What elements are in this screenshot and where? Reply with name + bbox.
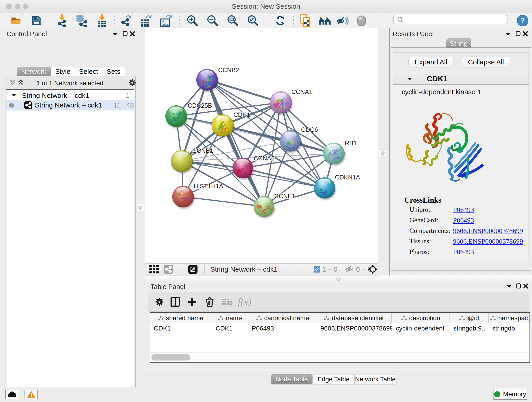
node-section-header[interactable]: CDK1 — [393, 73, 529, 85]
collapse-panel-icon[interactable] — [506, 285, 512, 288]
crosslink-link[interactable]: 9606.ENSP00000378699 — [453, 227, 523, 235]
svg-text:RB1: RB1 — [345, 140, 357, 147]
toolbar-separator — [341, 264, 341, 274]
splitter-grip[interactable] — [379, 149, 386, 157]
import-table-icon[interactable] — [96, 14, 108, 27]
svg-text:CDKN1A: CDKN1A — [335, 174, 360, 181]
scrollbar-thumb[interactable] — [152, 354, 190, 361]
export-network-icon[interactable] — [121, 14, 133, 27]
column-header[interactable]: description — [392, 313, 450, 323]
birdseye-grid-icon[interactable] — [149, 265, 159, 274]
vertical-splitter-left[interactable] — [136, 28, 145, 387]
close-window-icon[interactable] — [6, 4, 12, 9]
selected-checkbox-icon[interactable] — [314, 266, 320, 273]
tab-network[interactable]: Network — [17, 67, 51, 76]
crosslink-link[interactable]: P06493 — [453, 216, 474, 224]
show-panel-icon[interactable] — [355, 14, 368, 27]
table-settings-gear-icon[interactable] — [155, 297, 164, 306]
create-column-icon[interactable] — [187, 297, 197, 307]
close-panel-icon[interactable] — [522, 31, 528, 37]
column-header[interactable]: canonical name — [249, 313, 317, 323]
network-canvas[interactable]: CCNB2CCNA1CDC25BCDK1CDC6RB1CCNB1CCNA2CDK… — [145, 28, 378, 263]
show-columns-icon[interactable] — [171, 297, 180, 307]
table-cell[interactable]: cyclin-dependent ... — [396, 323, 450, 333]
column-header[interactable]: @id — [450, 313, 489, 323]
network-label: String Network – cdk1 — [35, 101, 102, 109]
column-header[interactable]: name — [211, 313, 249, 323]
hidden-eye-icon[interactable] — [345, 265, 355, 274]
crosslink-link[interactable]: P06493 — [453, 248, 474, 256]
expand-all-button[interactable]: Expand All — [409, 57, 453, 67]
tab-style[interactable]: Style — [51, 67, 75, 76]
close-panel-icon[interactable] — [523, 283, 529, 289]
open-in-window-icon[interactable] — [188, 265, 197, 274]
table-cell[interactable]: P06493 — [252, 323, 317, 333]
zoom-out-icon[interactable] — [206, 14, 219, 27]
toolbar-separator — [180, 264, 180, 274]
tab-select[interactable]: Select — [75, 67, 102, 76]
crosslink-link[interactable]: 9606.ENSP00000378699 — [453, 237, 523, 245]
import-network-database-icon[interactable] — [75, 14, 88, 27]
svg-text:CCNB1: CCNB1 — [192, 147, 213, 154]
zoom-in-icon[interactable] — [186, 14, 199, 27]
tab-network-table[interactable]: Network Table — [355, 374, 396, 384]
table-cell[interactable]: 9606.ENSP00000378699 — [321, 323, 392, 333]
help-icon[interactable]: ? — [517, 15, 528, 26]
hide-panel-icon[interactable] — [336, 14, 349, 27]
results-panel-title: Results Panel — [393, 30, 434, 38]
table-cell[interactable]: CDK1 — [154, 323, 211, 333]
crosslink-label: Pharos: — [409, 248, 429, 255]
column-header[interactable]: shared name — [150, 313, 211, 323]
collapse-section-icon[interactable] — [407, 77, 412, 81]
refresh-icon[interactable] — [274, 14, 286, 27]
zoom-selected-icon[interactable] — [247, 14, 259, 27]
search-input[interactable] — [393, 15, 507, 24]
crosslink-link[interactable]: P06493 — [453, 206, 474, 214]
warning-button[interactable] — [25, 390, 38, 399]
collapse-panel-icon[interactable] — [505, 32, 511, 36]
network-options-gear-icon[interactable] — [128, 79, 136, 87]
crosslink-label: GeneCard: — [409, 216, 438, 224]
table-cell[interactable]: CDK1 — [215, 323, 249, 333]
delete-column-icon[interactable] — [205, 297, 214, 307]
save-session-icon[interactable] — [31, 15, 42, 26]
svg-text:CDC25B: CDC25B — [188, 102, 212, 109]
collapse-panel-icon[interactable] — [112, 32, 118, 36]
splitter-grip[interactable] — [137, 204, 144, 211]
network-row-selected[interactable]: String Network – cdk1 11 48 — [6, 100, 134, 110]
copy-network-icon[interactable] — [300, 14, 312, 27]
svg-text:CCNE1: CCNE1 — [274, 193, 295, 200]
tab-node-table[interactable]: Node Table — [271, 374, 312, 384]
column-header[interactable]: database identifier — [317, 313, 392, 323]
minimize-window-icon[interactable] — [15, 4, 20, 9]
zoom-window-icon[interactable] — [23, 4, 28, 9]
table-cell[interactable]: stringdb:9... — [453, 323, 489, 333]
tab-edge-table[interactable]: Edge Table — [313, 374, 354, 384]
tab-sets[interactable]: Sets — [102, 67, 125, 76]
cloud-button[interactable] — [5, 390, 18, 399]
table-cell[interactable]: stringdb — [492, 323, 530, 333]
network-share-icon[interactable] — [164, 265, 173, 274]
horizontal-splitter[interactable] — [145, 275, 532, 282]
export-table-icon[interactable] — [140, 14, 154, 27]
tab-string[interactable]: String — [446, 38, 471, 48]
locate-crosshair-icon[interactable] — [368, 264, 378, 274]
memory-button[interactable]: Memory — [493, 389, 527, 400]
toolbar-separator — [265, 15, 265, 27]
import-network-file-icon[interactable] — [56, 14, 68, 27]
horizontal-scrollbar[interactable] — [150, 352, 530, 362]
collapse-all-button[interactable]: Collapse All — [462, 57, 510, 67]
column-header[interactable]: namespac — [489, 313, 530, 323]
protein-structure-image — [402, 110, 489, 186]
close-panel-icon[interactable] — [129, 31, 135, 37]
network-collection-row[interactable]: String Network – cdk1 1 — [6, 91, 134, 101]
zoom-fit-icon[interactable] — [227, 14, 239, 27]
float-panel-icon[interactable] — [123, 31, 128, 37]
open-session-icon[interactable] — [10, 15, 22, 26]
float-panel-icon[interactable] — [516, 283, 521, 289]
float-panel-icon[interactable] — [515, 31, 521, 37]
vertical-splitter-right[interactable] — [378, 28, 390, 275]
splitter-grip[interactable] — [336, 277, 341, 281]
export-image-icon[interactable] — [160, 14, 174, 27]
home-networks-icon[interactable] — [318, 14, 331, 27]
